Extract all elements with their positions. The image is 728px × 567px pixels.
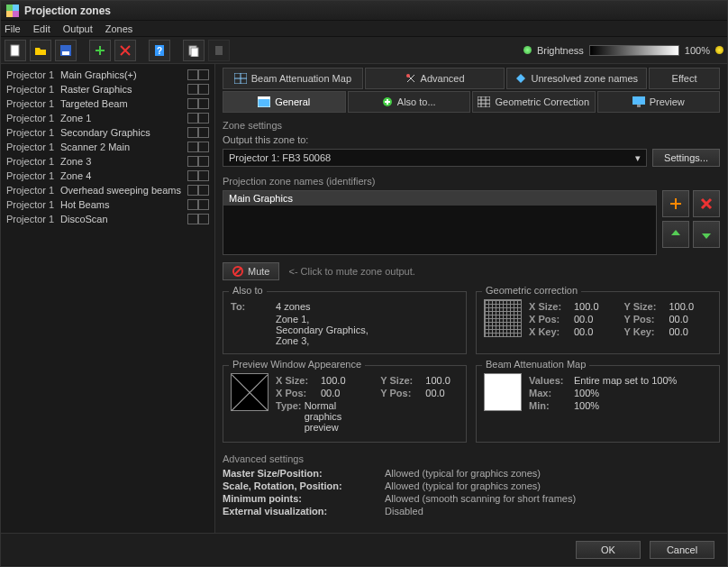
zone-name[interactable]: Zone 1 xyxy=(60,113,184,123)
zone-name[interactable]: Secondary Graphics xyxy=(60,127,184,138)
zone-projector: Projector 1 xyxy=(6,214,57,224)
zone-flag-box[interactable] xyxy=(187,214,198,224)
app-icon xyxy=(6,5,19,17)
zone-name[interactable]: Zone 4 xyxy=(60,170,184,181)
zone-flag-box[interactable] xyxy=(198,214,209,224)
tools-icon xyxy=(405,73,416,84)
zone-flag-box[interactable] xyxy=(187,170,198,181)
zone-flag-box[interactable] xyxy=(187,199,198,210)
zone-projector: Projector 1 xyxy=(6,156,57,167)
zone-row[interactable]: Projector 1Hot Beams xyxy=(3,197,213,212)
svg-rect-4 xyxy=(11,45,19,56)
tab-preview-label: Preview xyxy=(650,96,685,107)
also-to-k: To: xyxy=(231,301,276,312)
zone-flag-box[interactable] xyxy=(187,69,198,80)
zone-names-title: Projection zone names (identifiers) xyxy=(223,176,720,187)
zone-name[interactable]: Overhead sweeping beams xyxy=(60,185,184,196)
zone-name[interactable]: Scanner 2 Main xyxy=(60,142,184,152)
kv-v: 00.0 xyxy=(425,388,444,398)
settings-button[interactable]: Settings... xyxy=(652,149,720,167)
zone-flag-box[interactable] xyxy=(198,84,209,95)
zone-row[interactable]: Projector 1Zone 1 xyxy=(3,111,213,125)
kv-k: Y Pos: xyxy=(624,314,669,325)
zone-row[interactable]: Projector 1Targeted Beam xyxy=(3,96,213,111)
remove-name-button[interactable] xyxy=(693,190,720,217)
zone-flag-box[interactable] xyxy=(198,156,209,167)
bam-thumb xyxy=(484,373,522,411)
zone-name[interactable]: Hot Beams xyxy=(60,199,184,210)
move-down-button[interactable] xyxy=(693,221,720,248)
zone-name-item[interactable]: Main Graphics xyxy=(223,191,656,206)
zone-flag-box[interactable] xyxy=(187,98,198,109)
cancel-button[interactable]: Cancel xyxy=(650,541,714,559)
brightness-slider[interactable] xyxy=(589,45,679,56)
zone-row[interactable]: Projector 1Raster Graphics xyxy=(3,82,213,96)
kv-k: Y Size: xyxy=(624,301,669,312)
delete-button[interactable] xyxy=(114,40,136,61)
tab-preview[interactable]: Preview xyxy=(597,91,721,113)
zone-flag-box[interactable] xyxy=(187,113,198,123)
new-button[interactable] xyxy=(5,40,26,61)
output-projector-select[interactable]: Projector 1: FB3 50068 ▾ xyxy=(223,149,647,167)
menu-edit[interactable]: Edit xyxy=(33,23,50,34)
save-button[interactable] xyxy=(55,40,77,61)
zone-row[interactable]: Projector 1Scanner 2 Main xyxy=(3,140,213,154)
zone-name[interactable]: Main Graphics(+) xyxy=(60,69,184,80)
zone-name[interactable]: Raster Graphics xyxy=(60,84,184,95)
tab-unresolved[interactable]: Unresolved zone names xyxy=(506,68,647,89)
adv-v: Allowed (typical for graphics zones) xyxy=(385,468,541,479)
zone-name[interactable]: Targeted Beam xyxy=(60,98,184,109)
window-icon xyxy=(258,96,270,107)
copy-button[interactable] xyxy=(183,40,205,61)
zone-flag-box[interactable] xyxy=(198,142,209,152)
tab-also-to[interactable]: Also to... xyxy=(348,91,471,113)
zone-row[interactable]: Projector 1Zone 4 xyxy=(3,169,213,183)
mute-button[interactable]: Mute xyxy=(223,262,279,280)
svg-point-15 xyxy=(406,74,410,78)
zone-row[interactable]: Projector 1DiscoScan xyxy=(3,212,213,226)
zone-flag-box[interactable] xyxy=(187,156,198,167)
adv-v: Allowed (smooth scanning for short frame… xyxy=(385,493,576,504)
menubar: File Edit Output Zones xyxy=(1,21,727,37)
zone-row[interactable]: Projector 1Secondary Graphics xyxy=(3,125,213,140)
tab-advanced[interactable]: Advanced xyxy=(365,68,505,89)
svg-rect-25 xyxy=(637,105,641,107)
zone-flag-box[interactable] xyxy=(187,142,198,152)
tab-general[interactable]: General xyxy=(223,91,346,113)
svg-line-27 xyxy=(234,268,241,275)
zone-flag-box[interactable] xyxy=(198,98,209,109)
add-button[interactable] xyxy=(89,40,111,61)
zone-flag-box[interactable] xyxy=(187,185,198,196)
zone-flag-box[interactable] xyxy=(198,170,209,181)
tab-geometric[interactable]: Geometric Correction xyxy=(472,91,596,113)
tab-beam-attenuation[interactable]: Beam Attenuation Map xyxy=(223,68,363,89)
kv-v: 100.0 xyxy=(425,375,450,386)
tab-effect[interactable]: Effect xyxy=(649,68,720,89)
zone-projector: Projector 1 xyxy=(6,98,57,109)
menu-output[interactable]: Output xyxy=(63,23,93,34)
zone-flag-box[interactable] xyxy=(198,113,209,123)
zone-flag-box[interactable] xyxy=(198,69,209,80)
zone-name[interactable]: Zone 3 xyxy=(60,156,184,167)
paste-button[interactable] xyxy=(208,40,230,61)
add-name-button[interactable] xyxy=(662,190,689,217)
zone-flag-box[interactable] xyxy=(198,185,209,196)
status-led-yellow xyxy=(715,46,723,54)
zone-row[interactable]: Projector 1Main Graphics(+) xyxy=(3,68,213,82)
zone-row[interactable]: Projector 1Overhead sweeping beams xyxy=(3,183,213,197)
open-button[interactable] xyxy=(30,40,51,61)
zone-names-list[interactable]: Main Graphics xyxy=(223,190,657,255)
menu-file[interactable]: File xyxy=(5,23,21,34)
menu-zones[interactable]: Zones xyxy=(105,23,133,34)
zone-flag-box[interactable] xyxy=(198,127,209,138)
zone-flag-box[interactable] xyxy=(187,84,198,95)
zone-flag-box[interactable] xyxy=(187,127,198,138)
zone-flag-box[interactable] xyxy=(198,199,209,210)
main-area: Projector 1Main Graphics(+)Projector 1Ra… xyxy=(1,64,727,533)
move-up-button[interactable] xyxy=(662,221,689,248)
zone-name[interactable]: DiscoScan xyxy=(60,214,184,224)
ok-button[interactable]: OK xyxy=(576,541,641,559)
help-button[interactable]: ? xyxy=(149,40,170,61)
zone-row[interactable]: Projector 1Zone 3 xyxy=(3,154,213,169)
tab-effect-label: Effect xyxy=(672,73,697,84)
